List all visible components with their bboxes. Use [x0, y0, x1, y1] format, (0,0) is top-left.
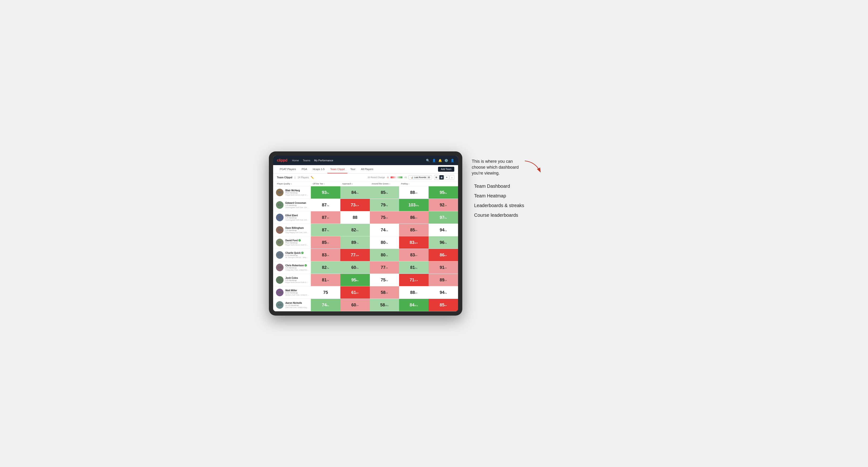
- score-main: 83: [410, 253, 415, 257]
- score-change: 5▲: [444, 215, 447, 220]
- menu-item-dashboard[interactable]: Team Dashboard: [474, 184, 542, 189]
- score-change: 3▼: [327, 240, 329, 245]
- score-change: 10▲: [385, 303, 389, 307]
- player-info: Blair McHargPlus HandicapRoyal North Dev…: [285, 189, 309, 196]
- score-change: 3▼: [415, 228, 417, 232]
- score-main: 60: [351, 265, 356, 270]
- nav-link-home[interactable]: Home: [292, 159, 299, 162]
- nav-bar: clippd Home Teams My Performance 🔍 👤 🔔 ⚙…: [273, 156, 458, 165]
- player-name: Dave Billingham: [285, 227, 309, 229]
- view-heatmap-button[interactable]: ▦: [439, 175, 444, 180]
- table-row: EEElliot Ebert1-5 HandicapSunningdale Go…: [273, 211, 458, 224]
- last-rounds-button[interactable]: 📊 Last Rounds: 20: [408, 175, 432, 180]
- player-hcp: Plus Handicap: [285, 242, 309, 244]
- score-change: 8▲: [356, 278, 359, 282]
- score-main: 82: [322, 265, 327, 270]
- edit-icon[interactable]: ✏️: [311, 176, 314, 179]
- score-main: 97: [440, 215, 444, 220]
- player-rows: BMBlair McHargPlus HandicapRoyal North D…: [273, 186, 458, 311]
- player-club: Gog Magog Golf Club, United Kingdom: [285, 231, 309, 234]
- player-cell[interactable]: CRChris Robertson✓1-5 HandicapCraigmilla…: [273, 262, 311, 273]
- tab-team-clippd[interactable]: Team Clippd: [328, 165, 347, 173]
- view-list-button[interactable]: ≡: [444, 175, 449, 180]
- view-grid-button[interactable]: ⊞: [434, 175, 439, 180]
- nav-link-myperformance[interactable]: My Performance: [314, 159, 333, 162]
- player-name: David Ford✓: [285, 239, 309, 242]
- player-hcp: 6-10 Handicap: [285, 292, 309, 294]
- score-change: 6▼: [415, 253, 417, 257]
- player-name: Matt Miller: [285, 289, 309, 292]
- search-icon[interactable]: 🔍: [426, 159, 430, 162]
- menu-item-leaderboards[interactable]: Leaderboards & streaks: [474, 203, 542, 208]
- score-cell: 854▼: [429, 299, 458, 311]
- score-box: 853▼: [399, 224, 429, 236]
- score-box: 854▼: [429, 299, 458, 311]
- avatar: CR: [276, 264, 283, 271]
- score-box: 602▲: [340, 261, 370, 274]
- last-rounds-icon: 📊: [411, 176, 413, 179]
- score-change: 3▲: [444, 290, 447, 294]
- score-change: 4▲: [415, 266, 417, 270]
- player-cell[interactable]: EEElliot Ebert1-5 HandicapSunningdale Go…: [273, 212, 311, 223]
- score-change: 3▼: [444, 266, 447, 270]
- avatar-icon[interactable]: 👤: [451, 159, 454, 162]
- table-row: BMBlair McHargPlus HandicapRoyal North D…: [273, 186, 458, 199]
- verified-badge: ✓: [301, 252, 304, 254]
- score-main: 77: [381, 265, 385, 270]
- tab-pga[interactable]: PGA: [299, 165, 310, 173]
- score-box: 814▲: [399, 261, 429, 274]
- player-name: Aaron Nicholls: [285, 302, 309, 304]
- avatar: AN: [276, 301, 283, 309]
- score-box: 75: [311, 286, 340, 299]
- score-main: 85: [410, 228, 415, 232]
- tab-tour[interactable]: Tour: [347, 165, 358, 173]
- player-cell[interactable]: MMMatt Miller6-10 HandicapWoburn Golf Cl…: [273, 287, 311, 298]
- menu-item-heatmap[interactable]: Team Heatmap: [474, 193, 542, 198]
- scale-neg: -5: [387, 176, 389, 179]
- player-name: Blair McHarg: [285, 189, 309, 192]
- score-cell: 823▲: [311, 261, 340, 274]
- player-cell[interactable]: DBDave Billingham1-5 HandicapGog Magog G…: [273, 225, 311, 235]
- menu-item-course[interactable]: Course leaderboards: [474, 213, 542, 218]
- add-team-button[interactable]: Add Team: [438, 167, 454, 172]
- player-cell[interactable]: ECEdward Crossman1-5 HandicapSunningdale…: [273, 200, 311, 210]
- player-club: Sunningdale Golf Club, United Kingdom: [285, 206, 309, 209]
- score-box: 959▲: [429, 186, 458, 198]
- score-change: 3▼: [327, 253, 329, 257]
- player-club: Royal North Devon Golf Club, United King…: [285, 244, 309, 246]
- score-main: 75: [323, 290, 328, 295]
- score-box: 958▲: [340, 274, 370, 286]
- score-cell: 801▲: [370, 249, 399, 261]
- player-cell[interactable]: BMBlair McHargPlus HandicapRoyal North D…: [273, 187, 311, 198]
- nav-link-teams[interactable]: Teams: [303, 159, 310, 162]
- user-icon[interactable]: 👤: [432, 159, 436, 162]
- score-cell: 10315▲: [399, 199, 429, 211]
- score-cell: 752▲: [370, 274, 399, 286]
- table-header-row: Player Quality ↕ Off the Tee ↕ Approach …: [273, 181, 458, 186]
- score-cell: 943▲: [429, 286, 458, 299]
- score-change: 1▲: [385, 228, 388, 232]
- player-info: David Ford✓Plus HandicapRoyal North Devo…: [285, 239, 309, 246]
- team-count: 14 Players: [298, 176, 309, 179]
- score-box: 873▼: [311, 211, 340, 224]
- settings-icon[interactable]: ⚙️: [444, 159, 448, 162]
- bell-icon[interactable]: 🔔: [438, 159, 442, 162]
- player-cell[interactable]: ANAaron Nicholls11-15 HandicapDrift Golf…: [273, 300, 311, 310]
- score-cell: 773▼: [370, 261, 399, 274]
- player-cell[interactable]: CQCharlie Quick✓6-10 HandicapSt. George'…: [273, 250, 311, 260]
- col-header-approach: Approach ↕: [340, 181, 370, 186]
- score-change: 9▲: [385, 203, 388, 207]
- view-export-button[interactable]: ↓: [450, 175, 454, 180]
- score-change: 8▲: [385, 190, 388, 195]
- score-box: 7111▼: [399, 274, 429, 286]
- tab-all-players[interactable]: All Players: [358, 165, 376, 173]
- player-cell[interactable]: JCJosh Coles1-5 HandicapRoyal North Devo…: [273, 275, 311, 285]
- tab-hcaps[interactable]: Hcaps 1-5: [310, 165, 328, 173]
- score-change: 1▼: [415, 190, 417, 195]
- avatar: JC: [276, 276, 283, 284]
- last-rounds-value: 20: [428, 176, 430, 179]
- score-box: 913▼: [429, 261, 458, 274]
- player-cell[interactable]: DFDavid Ford✓Plus HandicapRoyal North De…: [273, 237, 311, 248]
- tab-pgat-players[interactable]: PGAT Players: [277, 165, 299, 173]
- table-row: ECEdward Crossman1-5 HandicapSunningdale…: [273, 199, 458, 211]
